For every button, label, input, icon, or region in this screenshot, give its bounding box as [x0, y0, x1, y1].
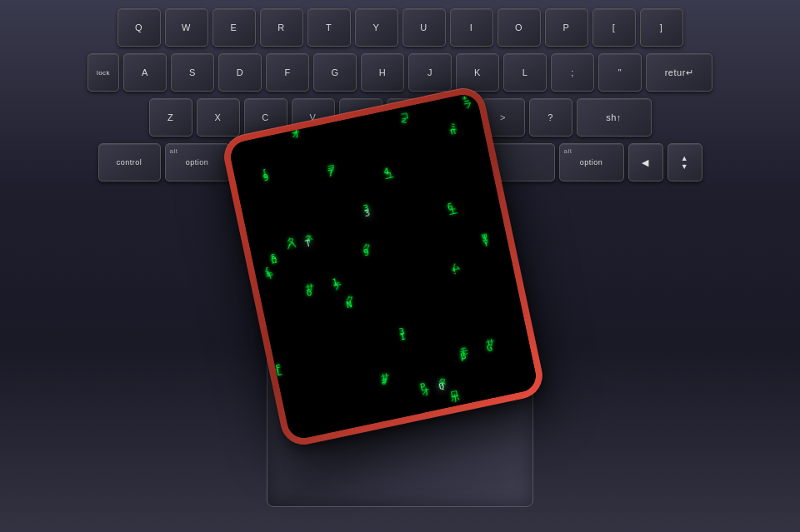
key-w[interactable]: W [165, 8, 208, 47]
key-return[interactable]: retur↵ [646, 53, 712, 92]
key-semicolon[interactable]: ; [551, 53, 594, 92]
key-quote[interactable]: " [598, 53, 642, 92]
key-d[interactable]: D [218, 53, 262, 92]
key-arrow-left[interactable]: ◀ [628, 143, 663, 181]
key-t[interactable]: T [308, 8, 351, 47]
key-g[interactable]: G [313, 53, 357, 92]
key-z[interactable]: Z [149, 98, 192, 137]
key-s[interactable]: S [171, 53, 214, 92]
key-l[interactable]: L [503, 53, 547, 92]
matrix-display [228, 92, 538, 440]
key-p[interactable]: P [545, 8, 588, 47]
key-e[interactable]: E [212, 8, 256, 47]
key-r[interactable]: R [260, 8, 303, 47]
key-slash[interactable]: ? [529, 98, 572, 137]
key-option[interactable]: alt option [165, 143, 230, 181]
key-row-1: Q W E R T Y U I O P [ ] [0, 0, 800, 49]
key-a[interactable]: A [123, 53, 167, 92]
key-o[interactable]: O [498, 8, 541, 47]
key-row-2: lock A S D F G H J K L ; " retur↵ [0, 49, 800, 94]
key-j[interactable]: J [408, 53, 452, 92]
key-i[interactable]: I [450, 8, 493, 47]
key-arrow-up-down[interactable]: ▲ ▼ [668, 143, 702, 181]
key-bracket-r[interactable]: ] [640, 8, 683, 47]
key-option-r[interactable]: alt option [559, 143, 624, 181]
key-h[interactable]: H [361, 53, 404, 92]
key-x[interactable]: X [197, 98, 240, 137]
key-control[interactable]: control [98, 143, 161, 181]
key-shift-r[interactable]: sh↑ [577, 98, 652, 137]
phone-screen [228, 92, 538, 440]
scene: Q W E R T Y U I O P [ ] lock A S D F G H… [0, 0, 800, 532]
key-lock[interactable]: lock [88, 53, 119, 92]
key-q[interactable]: Q [118, 8, 161, 47]
key-f[interactable]: F [266, 53, 309, 92]
key-u[interactable]: U [402, 8, 446, 47]
key-bracket-l[interactable]: [ [592, 8, 636, 47]
key-y[interactable]: Y [355, 8, 398, 47]
